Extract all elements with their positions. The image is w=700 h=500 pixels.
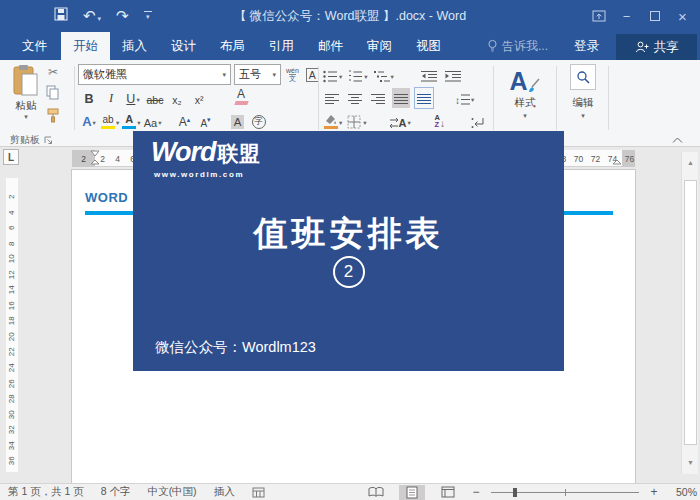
ribbon-tab-row: 文件 开始 插入 设计 布局 引用 邮件 审阅 视图 告诉我... 登录 共享 [0,32,700,60]
tab-view[interactable]: 视图 [404,32,453,60]
copy-button[interactable] [46,85,60,102]
sort-button[interactable]: A Z ↓ [431,111,449,131]
superscript-button[interactable]: x² [190,88,208,108]
asian-layout-caret: ▾ [407,119,410,129]
borders-button[interactable]: ▾ [347,111,366,131]
scroll-down-arrow[interactable]: ▼ [682,454,699,470]
align-center-button[interactable] [346,88,364,108]
undo-button[interactable]: ↶▾ [83,7,101,25]
undo-dropdown-caret[interactable]: ▾ [98,15,102,22]
word-count[interactable]: 8 个字 [101,485,131,499]
tab-stop-selector[interactable]: L [3,149,19,165]
vertical-ruler[interactable]: 24681012141618202224262830323436 [6,178,18,472]
subscript-button[interactable]: x₂ [168,88,186,108]
shrink-font-button[interactable]: A ▾ [197,111,215,131]
editing-button[interactable]: 编辑 ▾ [561,62,605,120]
increase-indent-button[interactable] [444,65,462,85]
font-color-caret: ▾ [137,119,140,129]
vertical-scrollbar[interactable]: ▲ ▼ [681,152,698,474]
tab-mailings[interactable]: 邮件 [306,32,355,60]
save-button[interactable] [54,7,68,25]
find-magnifier-icon [576,70,591,85]
close-button[interactable]: × [675,8,690,24]
tab-home[interactable]: 开始 [61,32,110,60]
tab-insert[interactable]: 插入 [110,32,159,60]
print-layout-button[interactable] [399,485,425,500]
document-heading: WORD [85,190,128,205]
overlay-title: 值班安排表 [133,211,564,257]
paste-button[interactable]: 粘贴 ▾ [6,64,46,130]
ribbon-display-options-icon [592,10,606,22]
login-button[interactable]: 登录 [574,32,599,60]
zoom-level[interactable]: 50% [669,486,697,498]
first-line-indent-marker[interactable] [90,150,100,157]
ruler-number: 10 [4,253,20,265]
redo-button[interactable]: ↷ [116,7,129,25]
customize-qat-button[interactable]: ▾ [144,11,152,21]
font-size-combo[interactable]: 五号 ▾ [234,64,281,85]
eraser-icon [234,101,248,105]
collapse-ribbon-button[interactable] [672,134,683,146]
wordlm-watermark-overlay: Word 联盟 www.wordlm.com 值班安排表 2 微信公众号：Wor… [133,131,564,371]
enclose-characters-button[interactable]: 字 [250,111,268,131]
tab-file[interactable]: 文件 [8,32,61,60]
italic-button[interactable]: I [102,88,120,108]
font-name-combo[interactable]: 微软雅黑 ▾ [78,64,231,85]
ribbon-display-options-button[interactable] [591,8,606,24]
multilevel-list-button[interactable]: ▾ [374,65,394,85]
minimize-button[interactable]: − [619,8,634,24]
strikethrough-button[interactable]: abc [146,88,164,108]
page-indicator[interactable]: 第 1 页，共 1 页 [8,485,84,499]
phonetic-guide-button[interactable]: wén 文 [284,65,301,85]
macro-record-icon[interactable] [252,487,265,498]
tab-layout[interactable]: 布局 [208,32,257,60]
maximize-button[interactable] [647,8,662,24]
dialog-launcher-icon[interactable] [44,136,53,145]
tab-design[interactable]: 设计 [159,32,208,60]
scrollbar-thumb[interactable] [684,180,697,445]
scroll-up-arrow[interactable]: ▲ [682,154,699,170]
justify-button[interactable] [392,88,410,108]
right-indent-marker[interactable] [612,159,622,167]
change-case-button[interactable]: Aa ▾ [144,111,162,131]
format-painter-button[interactable] [46,108,60,125]
font-color-button[interactable]: A ▾ [122,111,140,131]
grow-font-button[interactable]: A ▴ [176,111,194,131]
decrease-indent-button[interactable] [420,65,438,85]
character-shading-button[interactable]: A [229,111,247,131]
styles-button[interactable]: A 样式 ▾ [498,62,552,120]
show-marks-button[interactable] [469,111,487,131]
cut-button[interactable]: ✂ [48,65,58,79]
insert-mode-indicator[interactable]: 插入 [214,485,235,499]
ruler-number: 70 [570,154,587,164]
bold-button[interactable]: B [80,88,98,108]
align-right-button[interactable] [369,88,387,108]
bullets-button[interactable]: ▾ [323,65,342,85]
tab-references[interactable]: 引用 [257,32,306,60]
tell-me-box[interactable]: 告诉我... [487,32,548,60]
read-mode-button[interactable] [363,485,389,500]
zoom-slider[interactable] [491,487,639,498]
line-spacing-button[interactable]: ↕ ▾ [455,88,474,108]
shading-button[interactable]: ▾ [323,111,342,131]
language-indicator[interactable]: 中文(中国) [148,485,197,499]
decrease-indent-icon [421,70,437,83]
sort-arrow: ↓ [440,118,445,129]
zoom-in-button[interactable]: + [649,485,659,499]
web-layout-button[interactable] [435,485,461,500]
share-button[interactable]: 共享 [616,34,697,60]
tab-review[interactable]: 审阅 [355,32,404,60]
hanging-indent-marker[interactable] [90,159,100,167]
numbering-button[interactable]: ▾ [348,65,367,85]
customize-qat-caret: ▾ [146,13,150,21]
distribute-button[interactable] [415,88,433,108]
zoom-slider-thumb[interactable] [513,488,517,497]
clear-formatting-button[interactable]: A [232,88,250,108]
text-effects-button[interactable]: A ▾ [80,111,98,131]
align-left-button[interactable] [323,88,341,108]
font-size-caret: ▾ [272,71,276,79]
asian-layout-button[interactable]: A ▾ [389,111,411,131]
highlight-button[interactable]: ab ▾ [101,111,119,131]
underline-button[interactable]: U ▾ [124,88,142,108]
zoom-out-button[interactable]: − [471,485,481,499]
